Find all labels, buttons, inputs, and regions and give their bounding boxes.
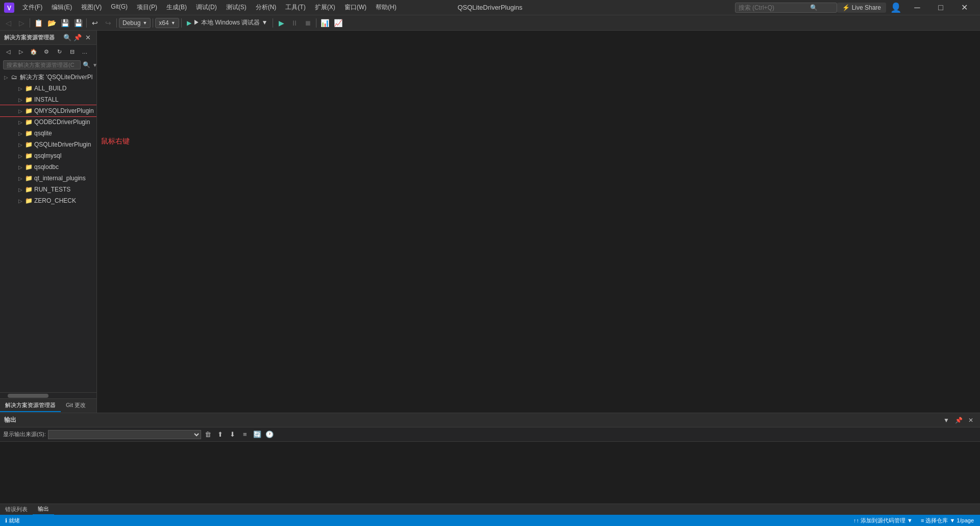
sidebar-back-btn[interactable]: ◁ (2, 45, 14, 58)
tree-item-qsqlite[interactable]: ▷ 📁 qsqlite (0, 128, 96, 139)
output-panel-pin-icon[interactable]: 📌 (953, 415, 964, 425)
menu-window[interactable]: 窗口(W) (340, 2, 371, 13)
sidebar-filter-btn[interactable]: ⚙ (40, 45, 53, 58)
minimize-button[interactable]: ─ (905, 0, 929, 15)
run-debugger-button[interactable]: ▶ ▶ 本地 Windows 调试器 ▼ (184, 17, 271, 28)
panel-bottom-tabs: 错误列表 输出 (0, 504, 980, 515)
output-panel-title: 输出 (4, 416, 941, 424)
sidebar-header: 解决方案资源管理器 🔍 📌 ✕ (0, 31, 96, 45)
sidebar-hscroll-thumb[interactable] (8, 394, 48, 398)
output-sync-btn[interactable]: 🔄 (252, 429, 262, 440)
close-button[interactable]: ✕ (952, 0, 976, 15)
tree-zero-check-icon: 📁 (24, 197, 33, 205)
sidebar-search-submit-icon[interactable]: 🔍 (83, 61, 90, 68)
output-word-wrap-btn[interactable]: ≡ (240, 429, 250, 440)
tree-qsqlitedriver-label: QSQLiteDriverPlugin (34, 141, 91, 148)
tree-item-qsqlodbc[interactable]: ▷ 📁 qsqlodbc (0, 161, 96, 173)
output-panel-dropdown-icon[interactable]: ▼ (941, 415, 951, 425)
toolbar-pause-button[interactable]: ⏸ (288, 17, 301, 29)
tree-install-icon: 📁 (24, 95, 33, 104)
sidebar-refresh-btn[interactable]: ↻ (53, 45, 65, 58)
menu-file[interactable]: 文件(F) (18, 2, 46, 13)
toolbar-diag-button[interactable]: 📈 (332, 17, 344, 29)
tab-output[interactable]: 输出 (33, 504, 54, 515)
output-source-select[interactable] (48, 430, 201, 439)
toolbar-new-solution-button[interactable]: 📋 (32, 17, 44, 29)
menu-git[interactable]: Git(G) (107, 2, 132, 13)
toolbar-sep1 (30, 18, 30, 28)
output-clear-btn[interactable]: 🗑 (203, 429, 213, 440)
search-box: 🔍 (735, 3, 837, 13)
tree-item-zero-check[interactable]: ▷ 📁 ZERO_CHECK (0, 195, 96, 206)
tree-item-install[interactable]: ▷ 📁 INSTALL (0, 94, 96, 105)
sidebar-close-icon-btn[interactable]: ✕ (83, 33, 92, 42)
tab-error-list[interactable]: 错误列表 (0, 504, 33, 515)
sidebar-collapse-btn[interactable]: ⊟ (66, 45, 78, 58)
menu-test[interactable]: 测试(S) (222, 2, 251, 13)
menu-help[interactable]: 帮助(H) (372, 2, 401, 13)
search-input[interactable] (739, 4, 810, 11)
tree-item-qt-internal[interactable]: ▷ 📁 qt_internal_plugins (0, 173, 96, 184)
toolbar-stop-button[interactable]: ⏹ (302, 17, 314, 29)
sidebar-home-btn[interactable]: 🏠 (28, 45, 40, 58)
toolbar-sep7 (316, 18, 316, 28)
live-share-button[interactable]: ⚡ Live Share (837, 3, 886, 13)
status-add-source-control[interactable]: ↑ ↑ 添加到源代码管理 ▼ (850, 515, 916, 526)
output-panel-header-icons: ▼ 📌 ✕ (941, 415, 976, 425)
toolbar-run-current-button[interactable]: ▶ (275, 17, 287, 29)
toolbar-back-button[interactable]: ◁ (2, 17, 14, 29)
toolbar-sep3 (116, 18, 117, 28)
menu-tools[interactable]: 工具(T) (281, 2, 309, 13)
sidebar-pin-icon-btn[interactable]: 📌 (73, 33, 82, 42)
tree-qt-internal-label: qt_internal_plugins (34, 175, 86, 182)
tree-item-qodbc[interactable]: ▷ 📁 QODBCDriverPlugin (0, 116, 96, 128)
tree-item-qmysql[interactable]: ▷ 📁 QMYSQLDriverPlugin (0, 105, 96, 116)
status-select-repo[interactable]: ≡ 选择仓库 ▼ 1/page (918, 515, 977, 526)
tree-item-all-build[interactable]: ▷ 📁 ALL_BUILD (0, 83, 96, 94)
title-bar: V 文件(F) 编辑(E) 视图(V) Git(G) 项目(P) 生成(B) 调… (0, 0, 980, 15)
sidebar: 解决方案资源管理器 🔍 📌 ✕ ◁ ▷ 🏠 ⚙ ↻ ⊟ … 🔍 ▼ (0, 31, 97, 413)
menu-edit[interactable]: 编辑(E) (47, 2, 76, 13)
toolbar-sep4 (153, 18, 153, 28)
toolbar-save-button[interactable]: 💾 (59, 17, 71, 29)
output-scroll-up-btn[interactable]: ⬆ (215, 429, 226, 440)
toolbar-save-all-button[interactable]: 💾 (72, 17, 84, 29)
menu-debug[interactable]: 调试(D) (192, 2, 221, 13)
tree-item-qsqlmysql[interactable]: ▷ 📁 qsqlmysql (0, 150, 96, 161)
status-bar: ℹ 就绪 ↑ ↑ 添加到源代码管理 ▼ ≡ 选择仓库 ▼ 1/page (0, 515, 980, 526)
output-scroll-down-btn[interactable]: ⬇ (228, 429, 238, 440)
platform-dropdown[interactable]: x64 ▼ (155, 18, 179, 28)
menu-analyze[interactable]: 分析(N) (252, 2, 281, 13)
output-panel-close-icon[interactable]: ✕ (966, 415, 976, 425)
menu-view[interactable]: 视图(V) (77, 2, 106, 13)
sidebar-search-input[interactable] (3, 60, 81, 69)
restore-button[interactable]: □ (929, 0, 952, 15)
debug-config-dropdown[interactable]: Debug ▼ (119, 18, 151, 28)
toolbar-perf-button[interactable]: 📊 (318, 17, 331, 29)
toolbar-redo-button[interactable]: ↪ (102, 17, 114, 29)
menu-extensions[interactable]: 扩展(X) (311, 2, 339, 13)
sidebar-bottom-tabs: 解决方案资源管理器 Git 更改 (0, 398, 96, 413)
toolbar-undo-button[interactable]: ↩ (89, 17, 101, 29)
tab-git-changes[interactable]: Git 更改 (61, 399, 91, 412)
tree-qsqlodbc-arrow: ▷ (16, 163, 24, 171)
tree-item-run-tests[interactable]: ▷ 📁 RUN_TESTS (0, 184, 96, 195)
output-clock-btn[interactable]: 🕐 (264, 429, 275, 440)
tab-solution-explorer[interactable]: 解决方案资源管理器 (0, 399, 61, 412)
toolbar-open-button[interactable]: 📂 (45, 17, 58, 29)
tree-qsqlitedriver-icon: 📁 (24, 140, 33, 149)
tree-root[interactable]: ▷ 🗂 解决方案 'QSQLiteDriverPl (0, 71, 96, 83)
sidebar-expand-btn[interactable]: … (79, 45, 91, 58)
sidebar-search-icon-btn[interactable]: 🔍 (63, 33, 72, 42)
menu-project[interactable]: 项目(P) (133, 2, 161, 13)
tree-qsqlmysql-icon: 📁 (24, 152, 33, 160)
toolbar-forward-button[interactable]: ▷ (15, 17, 28, 29)
tree-item-qsqlitedriver[interactable]: ▷ 📁 QSQLiteDriverPlugin (0, 139, 96, 150)
output-panel-toolbar: 显示输出来源(S): 🗑 ⬆ ⬇ ≡ 🔄 🕐 (0, 427, 980, 442)
status-ready[interactable]: ℹ 就绪 (3, 515, 22, 526)
tree-root-icon: 🗂 (10, 73, 18, 81)
menu-build[interactable]: 生成(B) (162, 2, 191, 13)
menu-bar: 文件(F) 编辑(E) 视图(V) Git(G) 项目(P) 生成(B) 调试(… (18, 2, 731, 13)
sidebar-forward-btn[interactable]: ▷ (15, 45, 27, 58)
sidebar-hscroll[interactable] (0, 392, 96, 398)
